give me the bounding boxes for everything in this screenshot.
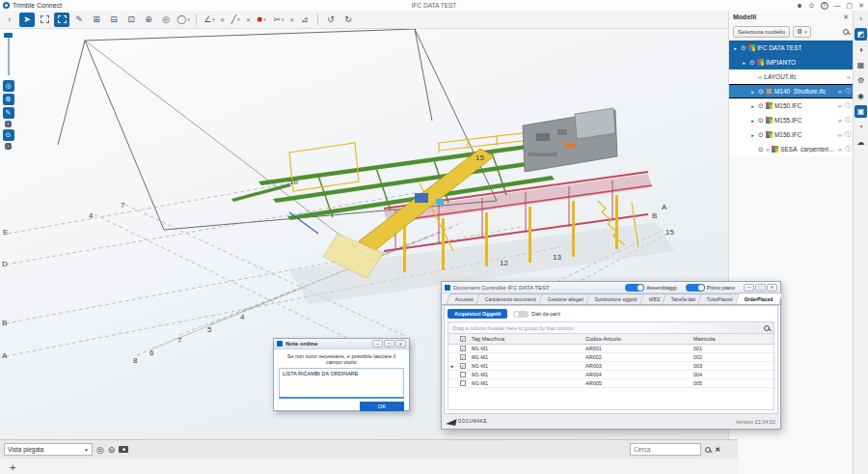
- render-mode-icon[interactable]: ◎: [96, 445, 104, 455]
- table-row[interactable]: ▸M1-M1AR003003: [448, 362, 773, 371]
- marker-dot-b[interactable]: ▪: [5, 143, 12, 150]
- note-textarea[interactable]: LISTA RICAMBI DA ORDINARE: [279, 368, 404, 399]
- acquire-objects-button[interactable]: Acquisisci Oggetti: [448, 309, 507, 319]
- doc-dialog-titlebar[interactable]: Document Controller IFC DATA TEST Assemb…: [442, 282, 780, 293]
- model-tree-item[interactable]: ▸⊙IMPIANTO: [729, 55, 853, 70]
- view-selector[interactable]: Vista piegata ▼: [4, 443, 93, 456]
- tree-caret-icon[interactable]: ▸: [741, 60, 747, 66]
- link-icon[interactable]: ∞: [838, 147, 842, 153]
- color-picker[interactable]: ■▾: [254, 13, 269, 27]
- tree-caret-icon[interactable]: ▸: [732, 45, 739, 51]
- link-icon[interactable]: ∞: [838, 118, 842, 124]
- views-tab[interactable]: ▦: [854, 59, 867, 71]
- visibility-eye-icon[interactable]: ⊙: [741, 44, 746, 52]
- model-tree-item[interactable]: ▸⊙IFC DATA TEST: [729, 41, 853, 55]
- row-checkbox[interactable]: [460, 354, 466, 360]
- tree-caret-icon[interactable]: ▸: [749, 103, 756, 109]
- table-row[interactable]: M1-M1AR002002: [448, 353, 773, 362]
- settings-tab[interactable]: ⚙: [854, 74, 867, 87]
- back-button[interactable]: ‹: [2, 13, 17, 27]
- table-row[interactable]: M1-M1AR005005: [448, 379, 773, 388]
- doc-restore-button[interactable]: ▢: [755, 284, 766, 292]
- note-dialog-titlebar[interactable]: Note ordine — ▢ ✕: [274, 339, 409, 349]
- models-tab[interactable]: ◩: [854, 28, 867, 41]
- info-icon[interactable]: ⓘ: [845, 130, 851, 139]
- markup-pen-tool[interactable]: ✎: [71, 13, 87, 27]
- select-cursor-tool[interactable]: ➤: [19, 13, 35, 27]
- model-tree-item[interactable]: ▸⊙M155.IFC∞ⓘ: [729, 113, 853, 127]
- line-markup-tool-close-icon[interactable]: ✕: [246, 16, 251, 23]
- undo-button[interactable]: ↺: [323, 13, 339, 27]
- model-tree-item[interactable]: ▸⊙M156.IFC∞ⓘ: [729, 127, 853, 142]
- doc-close-button[interactable]: ✕: [767, 284, 777, 292]
- status-icon[interactable]: ⊙: [809, 1, 815, 11]
- note-minimize-button[interactable]: —: [372, 340, 383, 348]
- visibility-eye-icon[interactable]: ⊙: [758, 146, 764, 153]
- toggle-switch[interactable]: [625, 284, 644, 292]
- select-all-checkbox[interactable]: [460, 336, 466, 342]
- markers-tab[interactable]: ◉: [854, 90, 867, 102]
- tab-orderplaced[interactable]: OrderPlaced: [735, 293, 783, 304]
- info-icon[interactable]: ⓘ: [845, 145, 851, 153]
- info-icon[interactable]: ⓘ: [845, 116, 851, 125]
- visibility-eye-icon[interactable]: ⊙: [758, 117, 764, 125]
- target-tool[interactable]: ⊙: [3, 129, 14, 141]
- visibility-eye-icon[interactable]: ⊙: [758, 88, 764, 96]
- search-icon[interactable]: [705, 447, 711, 453]
- models-panel-close-icon[interactable]: ✕: [843, 14, 849, 21]
- weather-tab[interactable]: ☁: [854, 136, 867, 149]
- marker-dot-a[interactable]: ▪: [5, 121, 12, 127]
- view-front-button[interactable]: ⊞: [89, 13, 104, 27]
- clear-search-icon[interactable]: ✕: [715, 446, 720, 454]
- minimize-button[interactable]: —: [834, 1, 841, 11]
- media-tab[interactable]: ▣: [854, 105, 867, 118]
- add-view-tab-button[interactable]: +: [10, 461, 15, 473]
- link-icon[interactable]: ∞: [838, 103, 842, 109]
- model-tree-item[interactable]: ⊙∞SESA_carpenteria.tekla∞ⓘ: [729, 142, 853, 156]
- tree-caret-icon[interactable]: ▸: [749, 89, 756, 95]
- tree-caret-icon[interactable]: ▸: [749, 118, 756, 124]
- restore-button[interactable]: ▢: [847, 1, 854, 11]
- area-select-tool[interactable]: [54, 13, 69, 27]
- link-icon[interactable]: ∞: [847, 74, 851, 80]
- history-tab[interactable]: ◔: [854, 121, 867, 133]
- row-checkbox[interactable]: [460, 380, 466, 386]
- primo-piano-toggle[interactable]: Primo piano: [686, 284, 735, 292]
- close-button[interactable]: ✕: [858, 1, 864, 11]
- redo-button[interactable]: ↻: [340, 13, 356, 27]
- model-tree-item[interactable]: ▸⊙M140_Strutture.ifc∞ⓘ: [729, 84, 853, 98]
- snap-settings-button[interactable]: ◯▾: [176, 13, 191, 27]
- info-icon[interactable]: ⓘ: [845, 101, 851, 110]
- models-search-icon[interactable]: [843, 29, 849, 35]
- camera-view-tool[interactable]: ◎: [3, 80, 14, 92]
- marquee-select-tool[interactable]: [37, 13, 52, 27]
- assemblaggi-toggle[interactable]: Assemblaggi: [625, 284, 677, 292]
- layers-tab[interactable]: ◑: [854, 43, 867, 56]
- measure-tool[interactable]: ∠▾: [202, 13, 217, 27]
- tab-gestione-allegati[interactable]: Gestione allegati: [538, 293, 593, 304]
- info-icon[interactable]: ⓘ: [845, 87, 851, 96]
- row-checkbox[interactable]: [460, 346, 466, 351]
- tab-caricamento-documenti[interactable]: Caricamento documenti: [475, 293, 545, 304]
- clip-plane-tool[interactable]: ✂▾: [271, 13, 286, 27]
- visibility-eye-icon[interactable]: ⊙: [758, 102, 764, 110]
- search-input[interactable]: [630, 443, 701, 456]
- orbit-tool[interactable]: ◎: [158, 13, 174, 27]
- line-markup-tool[interactable]: ╱▾: [228, 13, 243, 27]
- note-restore-button[interactable]: ▢: [384, 340, 394, 348]
- angle-tool[interactable]: ⊿: [297, 13, 312, 27]
- view-top-button[interactable]: ⊟: [106, 13, 122, 27]
- note-close-button[interactable]: ✕: [395, 340, 406, 348]
- link-icon[interactable]: ∞: [838, 89, 842, 95]
- markup-tool[interactable]: ✎: [3, 107, 14, 119]
- visibility-eye-icon[interactable]: ⊙: [758, 131, 764, 139]
- link-icon[interactable]: ∞: [838, 132, 842, 138]
- table-search-icon[interactable]: [764, 325, 770, 331]
- settings-tool[interactable]: ⚙: [3, 94, 14, 105]
- row-checkbox[interactable]: [460, 372, 466, 377]
- table-row[interactable]: M1-M1AR001001: [448, 345, 773, 353]
- group-by-bar[interactable]: Drag a column header here to group by th…: [448, 321, 774, 334]
- select-model-button[interactable]: Seleziona modello: [733, 26, 790, 38]
- view-settings-icon[interactable]: ⊚: [108, 445, 116, 455]
- toggle-switch[interactable]: [686, 284, 705, 292]
